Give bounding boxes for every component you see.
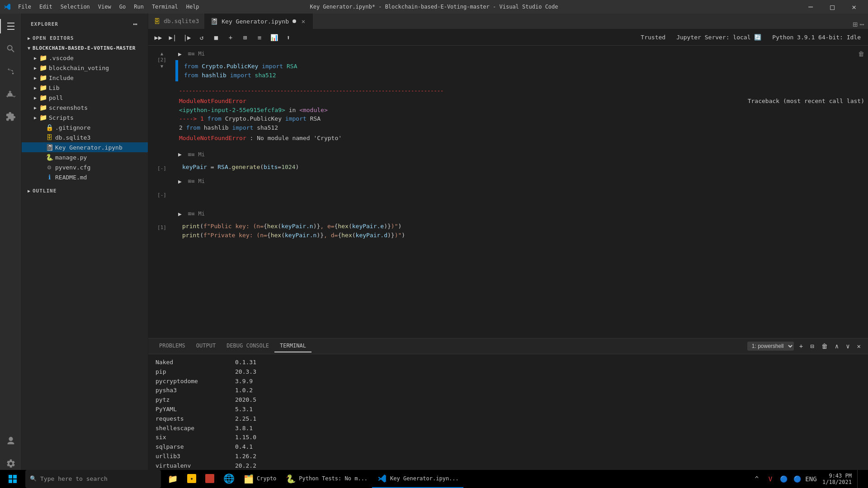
- menu-help[interactable]: Help: [183, 2, 203, 12]
- taskbar-crypto[interactable]: 🗂️ Crypto: [239, 470, 281, 488]
- cell-2-delete-button[interactable]: 🗑: [858, 50, 864, 57]
- show-desktop-button[interactable]: [857, 470, 863, 488]
- variable-explorer-button[interactable]: 📊: [268, 32, 280, 43]
- tree-item-blockchain-voting[interactable]: ▶ 📁 blockchain_voting: [22, 63, 148, 73]
- tray-lang[interactable]: ENG: [805, 470, 817, 488]
- more-cells-button[interactable]: ⊞: [239, 32, 251, 43]
- activity-source-control[interactable]: [0, 61, 22, 82]
- new-terminal-button[interactable]: +: [797, 342, 805, 351]
- close-panel-button[interactable]: ✕: [855, 342, 863, 351]
- tree-item-readme[interactable]: ▶ ℹ README.md: [22, 172, 148, 182]
- run-below-button[interactable]: |▶: [181, 32, 193, 43]
- taskbar-file-explorer[interactable]: 📁: [163, 470, 183, 488]
- tree-outline[interactable]: ▶ OUTLINE: [22, 186, 148, 196]
- tray-vivaldi-icon[interactable]: V: [764, 470, 776, 488]
- tree-item-pyvenv[interactable]: ▶ ⚙ pyvenv.cfg: [22, 162, 148, 172]
- split-terminal-button[interactable]: ⊟: [808, 342, 816, 351]
- activity-explorer[interactable]: [0, 15, 22, 37]
- tree-item-manage-py[interactable]: ▶ 🐍 manage.py: [22, 152, 148, 162]
- taskbar-edge[interactable]: 🌐: [219, 470, 239, 488]
- menu-run[interactable]: Run: [130, 2, 147, 12]
- cell-minus1-input[interactable]: keyPair = RSA.generate(bits=1024): [175, 161, 868, 174]
- tray-show-hidden[interactable]: ^: [751, 470, 763, 488]
- add-code-button[interactable]: +: [224, 32, 237, 43]
- tree-item-key-generator[interactable]: ▶ 📓 Key Generator.ipynb +: [22, 142, 148, 152]
- activity-debug[interactable]: [0, 83, 22, 105]
- cell-minus1-format-button[interactable]: ⊞≡: [186, 151, 196, 158]
- tree-item-lib[interactable]: ▶ 📁 Lib: [22, 83, 148, 93]
- jupyter-server-button[interactable]: Jupyter Server: local 🔄: [673, 33, 765, 42]
- restart-button[interactable]: ↺: [195, 32, 208, 43]
- tab-db-name: db.sqlite3: [164, 18, 199, 24]
- kernel-button[interactable]: Python 3.9.1 64-bit: Idle: [769, 33, 864, 42]
- tree-item-screenshots[interactable]: ▶ 📁 screenshots: [22, 103, 148, 113]
- tree-root-folder[interactable]: ▼ BLOCKCHAIN-BASED-E-VOTING-MASTER: [22, 43, 148, 53]
- tab-key-generator[interactable]: 📓 Key Generator.ipynb ✕: [205, 14, 313, 29]
- tab-close-button[interactable]: ✕: [300, 18, 307, 25]
- menu-terminal[interactable]: Terminal: [148, 2, 182, 12]
- cell-1-input[interactable]: print(f"Public key: (n={hex(keyPair.n)},…: [175, 220, 868, 241]
- cell-1-format-button[interactable]: ⊞≡: [186, 210, 196, 217]
- p1: (: [200, 223, 203, 230]
- sidebar-new-file-icon[interactable]: ⋯: [132, 19, 139, 29]
- panel-scroll-down-button[interactable]: ∨: [844, 342, 851, 351]
- cell-minus2-format-button[interactable]: ⊞≡: [186, 178, 196, 185]
- run-all-button[interactable]: ▶▶: [152, 32, 165, 43]
- taskbar-start-button[interactable]: [2, 470, 24, 488]
- menu-go[interactable]: Go: [116, 2, 129, 12]
- tree-item-gitignore[interactable]: ▶ 🔒 .gitignore: [22, 122, 148, 132]
- cell-2-format-button[interactable]: ⊞≡: [186, 50, 196, 57]
- tree-item-db-sqlite3[interactable]: ▶ 🗄 db.sqlite3: [22, 132, 148, 142]
- terminal-content[interactable]: Naked0.1.31pip20.3.3pycryptodome3.9.9pys…: [148, 354, 868, 478]
- tree-item-poll[interactable]: ▶ 📁 poll: [22, 93, 148, 103]
- toggle-outputs-button[interactable]: ≡: [253, 32, 266, 43]
- cell-1-run-button[interactable]: ▶: [175, 209, 184, 218]
- panel-tab-problems[interactable]: PROBLEMS: [154, 340, 191, 352]
- close-button[interactable]: ✕: [844, 0, 864, 14]
- cell-1: [1] ▶ ⊞≡ Mi print(f"Public key: (n={hex(…: [148, 207, 868, 241]
- panel-scroll-up-button[interactable]: ∧: [833, 342, 840, 351]
- tray-icon-2[interactable]: 🔵: [778, 470, 790, 488]
- cell-2-input[interactable]: from Crypto.PublicKey import RSA from ha…: [175, 60, 868, 81]
- split-editor-icon[interactable]: ⊞: [853, 19, 858, 29]
- terminal-selector[interactable]: 1: powershell: [747, 342, 794, 351]
- taskbar-app-red[interactable]: [201, 470, 219, 488]
- activity-extensions[interactable]: [0, 106, 22, 127]
- cell-minus1-run-button[interactable]: ▶: [175, 150, 184, 159]
- menu-edit[interactable]: Edit: [36, 2, 56, 12]
- minimize-button[interactable]: ─: [800, 0, 821, 14]
- tree-item-vscode[interactable]: ▶ 📁 .vscode: [22, 53, 148, 63]
- maximize-button[interactable]: □: [822, 0, 843, 14]
- taskbar-app-yellow[interactable]: ✦: [183, 470, 201, 488]
- cell-2-collapse-down[interactable]: ▼: [160, 64, 163, 69]
- more-actions-icon[interactable]: ⋯: [859, 19, 864, 29]
- panel-tab-output[interactable]: OUTPUT: [191, 340, 221, 352]
- clock[interactable]: 9:43 PM 1/18/2021: [819, 470, 855, 488]
- tree-open-editors[interactable]: ▶ OPEN EDITORS: [22, 33, 148, 43]
- cell-minus2-body: ▶ ⊞≡ Mi: [175, 175, 868, 206]
- tab-db-sqlite3[interactable]: 🗄 db.sqlite3: [148, 14, 205, 29]
- export-button[interactable]: ⬆: [282, 32, 295, 43]
- tree-item-include[interactable]: ▶ 📁 Include: [22, 73, 148, 83]
- file-tree: ▶ OPEN EDITORS ▼ BLOCKCHAIN-BASED-E-VOTI…: [22, 31, 148, 478]
- cell-2-collapse-up[interactable]: ▲: [160, 51, 163, 56]
- taskbar-vscode[interactable]: Key Generator.ipyn...: [372, 470, 463, 488]
- menu-selection[interactable]: Selection: [57, 2, 94, 12]
- run-above-button[interactable]: ▶|: [166, 32, 179, 43]
- menu-view[interactable]: View: [94, 2, 115, 12]
- tray-icon-3[interactable]: 🔵: [792, 470, 803, 488]
- cell-2-run-button[interactable]: ▶: [175, 49, 184, 58]
- cell-minus2-input[interactable]: [175, 188, 868, 206]
- kill-terminal-button[interactable]: 🗑: [820, 342, 830, 351]
- interrupt-button[interactable]: ■: [210, 32, 222, 43]
- menu-file[interactable]: File: [14, 2, 35, 12]
- taskbar-python-tests[interactable]: 🐍 Python Tests: No m...: [281, 470, 372, 488]
- cell-minus2-run-button[interactable]: ▶: [175, 177, 184, 186]
- trusted-button[interactable]: Trusted: [637, 33, 669, 42]
- taskbar-search[interactable]: 🔍 Type here to search: [25, 470, 161, 488]
- panel-tab-debug[interactable]: DEBUG CONSOLE: [221, 340, 274, 352]
- tree-item-scripts[interactable]: ▶ 📁 Scripts: [22, 113, 148, 122]
- panel-tab-terminal[interactable]: TERMINAL: [274, 340, 311, 352]
- activity-search[interactable]: [0, 38, 22, 60]
- activity-account[interactable]: [0, 430, 22, 452]
